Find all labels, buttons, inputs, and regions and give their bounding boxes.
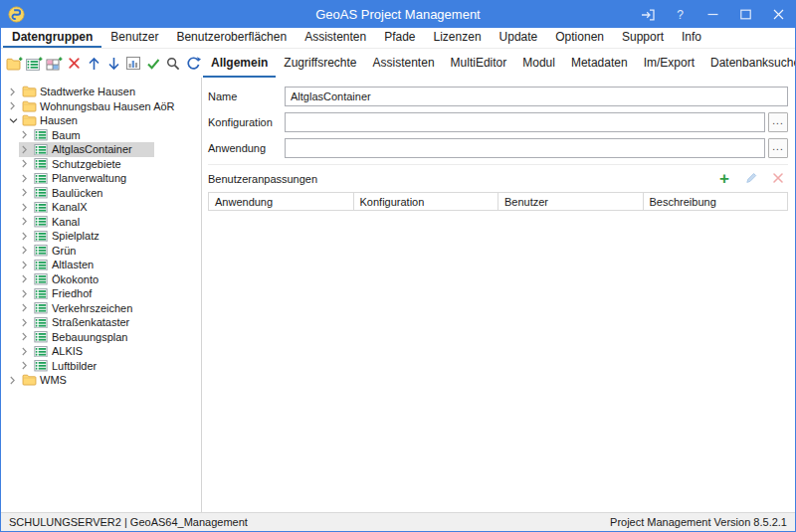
chevron-right-icon[interactable] [19,246,34,255]
tree-item-planverwaltung[interactable]: Planverwaltung [1,171,201,186]
add-customization-button[interactable]: + [716,171,732,187]
delete-customization-button[interactable] [770,171,786,187]
menu-item-benutzer[interactable]: Benutzer [101,28,167,48]
magnifier-icon [165,56,181,72]
menu-item-info[interactable]: Info [673,28,710,48]
menu-item-support[interactable]: Support [613,28,673,48]
tab-assistenten[interactable]: Assistenten [365,49,443,78]
move-down-button[interactable] [104,53,122,74]
pencil-icon [745,171,758,187]
anwendung-browse-button[interactable]: ... [768,138,788,158]
menu-item-benutzeroberfl-chen[interactable]: Benutzeroberflächen [167,28,296,48]
refresh-icon [185,56,201,72]
menu-item-pfade[interactable]: Pfade [375,28,424,48]
refresh-button[interactable] [184,53,202,74]
tree-item-label: AltglasContainer [51,143,132,155]
apply-button[interactable] [144,53,162,74]
tree-item-gr-n[interactable]: Grün [1,244,201,259]
datagroup-plus-icon [26,56,43,72]
name-input[interactable] [285,87,788,106]
tree-item-content: Straßenkataster [19,315,151,330]
konfiguration-input[interactable] [285,112,765,132]
tree-item-kanalx[interactable]: KanalX [1,200,201,215]
delete-button[interactable] [65,53,83,74]
tree-item-alkis[interactable]: ALKIS [1,344,201,359]
tree-item-kokonto[interactable]: Ökokonto [1,272,201,287]
tree-item-friedhof[interactable]: Friedhof [1,286,201,301]
anwendung-input[interactable] [285,138,765,158]
column-header-anwendung[interactable]: Anwendung [209,193,354,211]
tree-item-verkehrszeichen[interactable]: Verkehrszeichen [1,301,201,316]
tree-item-altlasten[interactable]: Altlasten [1,258,201,272]
tab-metadaten[interactable]: Metadaten [563,49,636,78]
tree-item-schutzgebiete[interactable]: Schutzgebiete [1,157,201,172]
help-button[interactable]: ? [664,1,696,28]
search-button[interactable] [164,53,182,74]
chevron-right-icon[interactable] [19,232,34,241]
chevron-right-icon[interactable] [19,188,34,197]
tree-item-altglascontainer[interactable]: AltglasContainer [1,142,201,157]
tree-item-luftbilder[interactable]: Luftbilder [1,359,201,374]
chevron-right-icon[interactable] [19,145,34,154]
chevron-right-icon[interactable] [7,376,22,385]
chevron-right-icon[interactable] [19,361,34,370]
konfiguration-browse-button[interactable]: ... [768,112,788,132]
tree-item-stra-enkataster[interactable]: Straßenkataster [1,315,201,330]
menu-item-assistenten[interactable]: Assistenten [296,28,375,48]
new-datagroup-button[interactable] [25,53,43,74]
chevron-right-icon[interactable] [7,88,22,96]
chevron-right-icon[interactable] [7,101,22,110]
tree-item-baul-cken[interactable]: Baulücken [1,186,201,201]
signout-button[interactable] [631,1,664,28]
chevron-down-icon[interactable] [7,117,22,124]
tree-item-kanal[interactable]: Kanal [1,215,201,230]
menu-item-optionen[interactable]: Optionen [546,28,613,48]
tab-modul[interactable]: Modul [514,49,563,78]
new-view-button[interactable] [45,53,63,74]
tree-item-baum[interactable]: Baum [1,128,201,143]
tree-item-label: Baulücken [51,187,102,199]
close-button[interactable] [762,1,795,28]
tree-item-content: Altlasten [19,258,115,272]
chevron-right-icon[interactable] [19,130,34,139]
column-header-benutzer[interactable]: Benutzer [498,193,644,211]
chevron-right-icon[interactable] [19,217,34,226]
chevron-right-icon[interactable] [19,159,34,168]
datagroup-icon [34,346,51,358]
chevron-right-icon[interactable] [19,274,34,283]
tree-item-label: Altlasten [51,259,94,270]
menu-item-lizenzen[interactable]: Lizenzen [425,28,491,48]
chevron-right-icon[interactable] [19,289,34,298]
chevron-right-icon[interactable] [19,174,34,183]
menu-item-update[interactable]: Update [491,28,547,48]
tree-item-spielplatz[interactable]: Spielplatz [1,229,201,244]
chevron-right-icon[interactable] [19,203,34,212]
menu-item-datengruppen[interactable]: Datengruppen [3,28,101,48]
tab-im-export[interactable]: Im/Export [636,49,702,78]
chevron-right-icon[interactable] [19,332,34,341]
folder-icon [22,86,39,97]
chevron-right-icon[interactable] [19,261,34,269]
column-header-beschreibung[interactable]: Beschreibung [643,193,788,211]
maximize-button[interactable] [729,1,762,28]
tab-zugriffsrechte[interactable]: Zugriffsrechte [276,49,364,78]
tree-item-bebauungsplan[interactable]: Bebauungsplan [1,330,201,345]
preview-button[interactable] [124,53,142,74]
new-folder-button[interactable] [5,53,23,74]
tree-item-label: Bebauungsplan [51,331,127,343]
tree-item-wms[interactable]: WMS [1,373,201,388]
tree-item-stadtwerke-hausen[interactable]: Stadtwerke Hausen [1,85,201,99]
minimize-button[interactable] [696,1,729,28]
tree-item-content: Ökokonto [19,272,120,287]
tab-multieditor[interactable]: MultiEditor [443,49,515,78]
move-up-button[interactable] [85,53,102,74]
tree-item-hausen[interactable]: Hausen [1,113,201,128]
tab-datenbanksuche[interactable]: Datenbanksuche [702,49,796,78]
column-header-konfiguration[interactable]: Konfiguration [353,193,498,211]
tree-item-wohnungsbau-hausen-a-r[interactable]: Wohnungsbau Hausen AöR [1,99,201,114]
edit-customization-button[interactable] [743,171,759,187]
chevron-right-icon[interactable] [19,303,34,312]
chevron-right-icon[interactable] [19,347,34,356]
tab-allgemein[interactable]: Allgemein [203,49,276,78]
chevron-right-icon[interactable] [19,318,34,327]
